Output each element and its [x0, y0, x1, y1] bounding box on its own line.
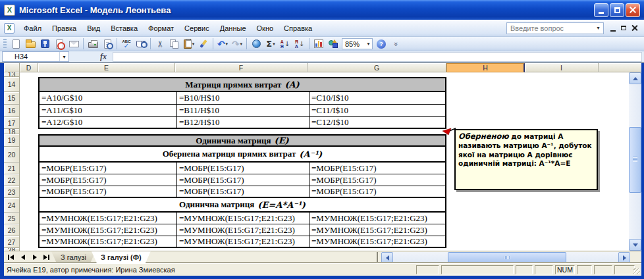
spelling-button[interactable]: ABC ✓ [119, 38, 134, 51]
first-sheet-button[interactable] [5, 252, 16, 263]
row-header-15[interactable]: 15 [4, 92, 20, 105]
cell-E23[interactable]: =МОБР(E15:G17) [40, 186, 176, 197]
cut-button[interactable]: ✂ [153, 38, 167, 51]
row-header-17[interactable]: 17 [4, 117, 20, 129]
workbook-restore-icon[interactable] [621, 26, 626, 30]
vertical-scrollbar[interactable] [629, 72, 641, 251]
table-header-identity-check[interactable]: Одинична матриця (E=A*A⁻¹) [38, 198, 446, 213]
autosum-dropdown-icon[interactable]: ▾ [273, 41, 275, 47]
scroll-down-button[interactable] [629, 239, 641, 251]
row-header-19[interactable]: 19 [4, 134, 20, 147]
column-header-H-selected[interactable]: H [446, 63, 525, 72]
row-header-23[interactable]: 23 [4, 186, 20, 198]
cell-G26[interactable]: =МУМНОЖ(E15:G17;E21:G23) [309, 224, 445, 236]
cell-G23[interactable]: =МОБР(E15:G17) [309, 186, 445, 197]
close-button[interactable] [626, 3, 640, 17]
menu-format[interactable]: Формат [143, 22, 179, 35]
row-header-26[interactable]: 26 [4, 224, 20, 236]
undo-button[interactable]: ↶▾ [215, 38, 230, 51]
zoom-combo[interactable]: 85% ▾ [342, 38, 373, 49]
copy-button[interactable] [167, 38, 182, 51]
row-header-24[interactable]: 24 [4, 198, 20, 213]
paste-dropdown-icon[interactable]: ▾ [192, 41, 195, 47]
chevron-down-icon[interactable]: ▾ [595, 25, 602, 31]
menu-insert[interactable]: Вставка [105, 22, 143, 35]
maximize-button[interactable] [610, 3, 624, 17]
cell-E17[interactable]: =A12/G$10 [40, 117, 176, 128]
menu-view[interactable]: Вид [82, 22, 105, 35]
workbook-minimize-icon[interactable] [610, 30, 616, 32]
scroll-left-button[interactable] [381, 252, 393, 263]
name-box[interactable]: H34 ▾ [2, 51, 69, 62]
previous-sheet-button[interactable] [17, 252, 28, 263]
help-button[interactable]: ? [374, 38, 389, 51]
last-sheet-button[interactable] [41, 252, 52, 263]
cell-G15[interactable]: =C10/I$10 [309, 92, 445, 104]
cell-G27[interactable]: =МУМНОЖ(E15:G17;E21:G23) [309, 236, 445, 247]
cell-E22[interactable]: =МОБР(E15:G17) [40, 174, 176, 186]
table-header-identity-matrix[interactable]: Одинична матриця (E) [38, 134, 446, 147]
vertical-scroll-thumb[interactable] [629, 127, 641, 193]
cell-F21[interactable]: =МОБР(E15:G17) [176, 163, 309, 174]
paste-button[interactable]: ▾ [182, 38, 196, 51]
sort-ascending-button[interactable]: АЯ ↓ [278, 38, 292, 51]
cell-F23[interactable]: =МОБР(E15:G17) [176, 186, 309, 197]
horizontal-scrollbar[interactable] [381, 252, 630, 263]
row-header-22[interactable]: 22 [4, 174, 20, 186]
minimize-button[interactable] [594, 3, 608, 17]
cell-E27[interactable]: =МУМНОЖ(E15:G17;E21:G23) [40, 236, 176, 247]
print-button[interactable] [86, 38, 100, 51]
horizontal-scroll-track[interactable] [393, 252, 618, 263]
row-header-20[interactable]: 20 [4, 147, 20, 163]
cell-G21[interactable]: =МОБР(E15:G17) [309, 163, 445, 174]
row-header-27[interactable]: 27 [4, 236, 20, 248]
scroll-right-button[interactable] [618, 252, 630, 263]
select-all-corner[interactable] [4, 63, 20, 72]
row-header-14[interactable]: 14 [4, 77, 20, 92]
email-button[interactable] [67, 38, 81, 51]
horizontal-scroll-thumb[interactable] [448, 252, 566, 263]
menu-edit[interactable]: Правка [47, 22, 82, 35]
cell-F27[interactable]: =МУМНОЖ(E15:G17;E21:G23) [176, 236, 309, 247]
sort-descending-button[interactable]: ЯА ↓ [292, 38, 307, 51]
insert-function-button[interactable]: fx [95, 51, 111, 62]
cell-G22[interactable]: =МОБР(E15:G17) [309, 174, 445, 186]
workbook-close-icon[interactable] [631, 25, 637, 31]
research-button[interactable] [134, 38, 148, 51]
format-painter-button[interactable] [196, 38, 211, 51]
menu-tools[interactable]: Сервис [179, 22, 215, 35]
menu-help[interactable]: Справка [279, 22, 317, 35]
drawing-button[interactable] [326, 38, 340, 51]
cell-F16[interactable]: =B11/H$10 [176, 105, 309, 116]
table-header-inverse-matrix[interactable]: Обернена матриця прямих витрат (A⁻¹) [38, 147, 446, 163]
column-header-F[interactable]: F [175, 63, 308, 72]
scroll-up-button[interactable] [629, 72, 641, 84]
tab-split-handle[interactable] [377, 252, 381, 263]
row-header-21[interactable]: 21 [4, 163, 20, 174]
cell-F22[interactable]: =МОБР(E15:G17) [176, 174, 309, 186]
cell-E25[interactable]: =МУМНОЖ(E15:G17;E21:G23) [40, 213, 176, 224]
cell-comment[interactable]: Оберненою до матриці А називають матрицю… [454, 129, 598, 190]
column-header-G[interactable]: G [308, 63, 446, 72]
cell-E26[interactable]: =МУМНОЖ(E15:G17;E21:G23) [40, 224, 176, 236]
redo-dropdown-icon[interactable]: ▾ [240, 41, 243, 47]
row-header-18[interactable]: 18 [4, 129, 20, 134]
autosum-button[interactable]: Σ▾ [263, 38, 278, 51]
row-header-13[interactable]: 13 [4, 72, 20, 77]
menu-data[interactable]: Данные [215, 22, 252, 35]
new-document-button[interactable] [9, 38, 23, 51]
sheet-tab-3-galuzi-f-active[interactable]: З галузі (Ф) [92, 251, 151, 263]
open-button[interactable] [23, 38, 38, 51]
column-header-I[interactable]: I [525, 63, 599, 72]
print-preview-button[interactable] [100, 38, 115, 51]
zoom-dropdown-icon[interactable]: ▾ [365, 41, 372, 47]
name-box-dropdown-icon[interactable]: ▾ [59, 52, 68, 61]
cell-F26[interactable]: =МУМНОЖ(E15:G17;E21:G23) [176, 224, 309, 236]
undo-dropdown-icon[interactable]: ▾ [226, 41, 228, 47]
cell-E21[interactable]: =МОБР(E15:G17) [40, 163, 176, 174]
column-header-D[interactable]: D [20, 63, 38, 72]
row-header-25[interactable]: 25 [4, 213, 20, 224]
column-header-partial[interactable] [599, 63, 641, 72]
cell-E16[interactable]: =A11/G$10 [40, 105, 176, 116]
next-sheet-button[interactable] [29, 252, 40, 263]
